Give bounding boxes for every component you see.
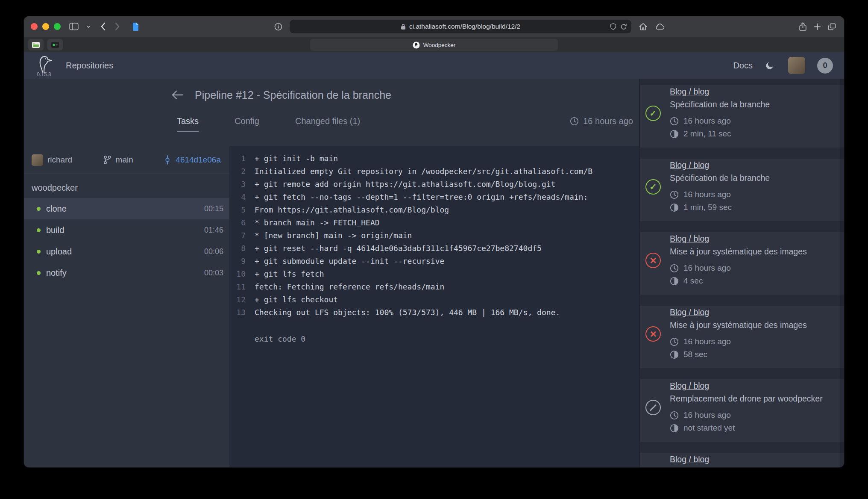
repo-link[interactable]: Blog / blog bbox=[670, 381, 709, 391]
pipeline-card[interactable]: Blog / blog Mise à jour systématique des… bbox=[640, 306, 844, 368]
info-icon bbox=[274, 23, 282, 31]
console-line: 11 fetch: Fetching reference refs/heads/… bbox=[229, 281, 639, 293]
commit-message: Spécification de la branche bbox=[670, 173, 833, 183]
user-avatar[interactable] bbox=[788, 57, 805, 74]
blue-page-icon bbox=[132, 22, 139, 31]
line-text: + git remote add origin https://git.atha… bbox=[246, 178, 555, 191]
icloud-tabs-button[interactable] bbox=[654, 20, 666, 33]
nav-docs[interactable]: Docs bbox=[733, 61, 753, 71]
clock-icon bbox=[670, 117, 679, 126]
line-number[interactable]: 12 bbox=[229, 293, 246, 306]
commit-sha-link[interactable]: 4614d1e06a bbox=[164, 155, 221, 165]
woodpecker-favicon bbox=[413, 41, 420, 49]
line-number[interactable]: 3 bbox=[229, 178, 246, 191]
start-page-button[interactable] bbox=[130, 20, 141, 33]
url-text: ci.athaliasoft.com/Blog/blog/build/12/2 bbox=[409, 23, 520, 30]
step-row[interactable]: build 01:46 bbox=[24, 219, 229, 241]
privacy-report-button[interactable] bbox=[273, 20, 284, 33]
forward-button[interactable] bbox=[112, 20, 123, 33]
status-icon bbox=[645, 179, 661, 195]
pinned-tab-1[interactable] bbox=[28, 39, 44, 50]
browser-window: ci.athaliasoft.com/Blog/blog/build/12/2 bbox=[24, 16, 844, 467]
tracker-shield-icon[interactable] bbox=[610, 23, 616, 30]
clock-icon bbox=[570, 117, 579, 126]
arrow-left-icon bbox=[171, 89, 184, 100]
repo-link[interactable]: Blog / blog bbox=[670, 87, 709, 97]
pipeline-time: 16 hours ago bbox=[670, 115, 833, 127]
tab-bar: Woodpecker bbox=[24, 37, 844, 52]
pipeline-card[interactable]: Blog / blog Remplacement de drone par wo… bbox=[640, 379, 844, 442]
clock-icon bbox=[670, 411, 679, 420]
tab-overview-button[interactable] bbox=[826, 20, 837, 33]
share-icon bbox=[799, 22, 806, 31]
step-row[interactable]: upload 00:06 bbox=[24, 241, 229, 262]
pipeline-card[interactable]: Blog / blog Spécification de la branche … bbox=[640, 85, 844, 148]
branch-name: main bbox=[116, 155, 133, 165]
line-text: + git lfs checkout bbox=[246, 293, 338, 306]
repo-link[interactable]: Blog / blog bbox=[670, 307, 709, 317]
line-number[interactable]: 8 bbox=[229, 242, 246, 255]
nav-repositories[interactable]: Repositories bbox=[66, 61, 113, 71]
sidebar-toggle-button[interactable] bbox=[68, 20, 79, 33]
recent-pipelines-sidebar[interactable]: Blog / blog Spécification de la branche … bbox=[639, 79, 844, 467]
console-line: 4 + git fetch --no-tags --depth=1 --filt… bbox=[229, 191, 639, 204]
pipeline-tab[interactable]: Config bbox=[235, 116, 259, 131]
status-icon bbox=[645, 253, 661, 268]
line-number[interactable]: 10 bbox=[229, 268, 246, 281]
line-number[interactable]: 2 bbox=[229, 165, 246, 178]
repo-link[interactable]: Blog / blog bbox=[670, 234, 709, 244]
pipeline-tab[interactable]: Tasks bbox=[177, 116, 199, 132]
steps-panel: richard main 4614d1e06a bbox=[24, 146, 229, 467]
line-number[interactable]: 5 bbox=[229, 204, 246, 216]
step-row[interactable]: clone 00:15 bbox=[24, 198, 229, 219]
active-tab[interactable]: Woodpecker bbox=[310, 39, 558, 51]
line-number[interactable]: 4 bbox=[229, 191, 246, 204]
line-number[interactable]: 11 bbox=[229, 281, 246, 293]
woodpecker-logo[interactable]: 0.15.8 bbox=[35, 54, 53, 77]
pipeline-tab[interactable]: Changed files (1) bbox=[295, 116, 360, 131]
elapsed-icon bbox=[670, 203, 679, 212]
minimize-window-button[interactable] bbox=[42, 23, 49, 30]
sidebar-chevron-button[interactable] bbox=[83, 20, 94, 33]
back-button[interactable] bbox=[97, 20, 108, 33]
line-number[interactable]: 13 bbox=[229, 306, 246, 319]
chevron-down-icon bbox=[86, 25, 91, 28]
new-tab-button[interactable] bbox=[812, 20, 823, 33]
pinned-tab-2[interactable] bbox=[47, 39, 63, 50]
time-ago-text: 16 hours ago bbox=[683, 335, 731, 348]
line-number[interactable]: 6 bbox=[229, 216, 246, 229]
check-icon bbox=[650, 182, 657, 192]
x-icon bbox=[650, 255, 656, 266]
console-line: 13 Checking out LFS objects: 100% (573/5… bbox=[229, 306, 639, 319]
reload-icon[interactable] bbox=[620, 23, 627, 30]
step-row[interactable]: notify 00:03 bbox=[24, 262, 229, 283]
pipeline-card[interactable]: Blog / blog Spécification de la branche … bbox=[640, 159, 844, 221]
line-text: + git init -b main bbox=[246, 152, 338, 165]
notification-badge[interactable]: 0 bbox=[817, 58, 833, 74]
sidebar-icon bbox=[69, 23, 79, 30]
console-output: 1 + git init -b main 2 Initialized empty… bbox=[229, 146, 639, 467]
pipeline-card[interactable]: Blog / blog Mise à jour systématique des… bbox=[640, 232, 844, 295]
line-text: fetch: Fetching reference refs/heads/mai… bbox=[246, 281, 444, 293]
line-number[interactable]: 1 bbox=[229, 152, 246, 165]
repo-link[interactable]: Blog / blog bbox=[670, 455, 709, 464]
line-number[interactable]: 7 bbox=[229, 229, 246, 242]
home-button[interactable] bbox=[637, 20, 648, 33]
line-text: From https://git.athaliasoft.com/Blog/bl… bbox=[246, 204, 449, 216]
console-line: 9 + git submodule update --init --recurs… bbox=[229, 255, 639, 268]
pipeline-card[interactable]: Blog / blog bbox=[640, 453, 844, 467]
pipeline-created-time: 16 hours ago bbox=[570, 116, 633, 126]
moon-icon bbox=[765, 61, 774, 71]
tab-title: Woodpecker bbox=[423, 42, 456, 48]
close-window-button[interactable] bbox=[31, 23, 38, 30]
theme-toggle-button[interactable] bbox=[765, 61, 774, 71]
workflow-name[interactable]: woodpecker bbox=[24, 177, 229, 198]
woodpecker-app: 0.15.8 Repositories Docs 0 Pipe bbox=[24, 52, 844, 467]
step-name: clone bbox=[46, 204, 67, 214]
share-button[interactable] bbox=[797, 20, 808, 33]
line-number[interactable]: 9 bbox=[229, 255, 246, 268]
back-to-pipelines-button[interactable] bbox=[171, 89, 184, 100]
zoom-window-button[interactable] bbox=[54, 23, 61, 30]
repo-link[interactable]: Blog / blog bbox=[670, 160, 709, 170]
url-bar[interactable]: ci.athaliasoft.com/Blog/blog/build/12/2 bbox=[290, 20, 631, 33]
